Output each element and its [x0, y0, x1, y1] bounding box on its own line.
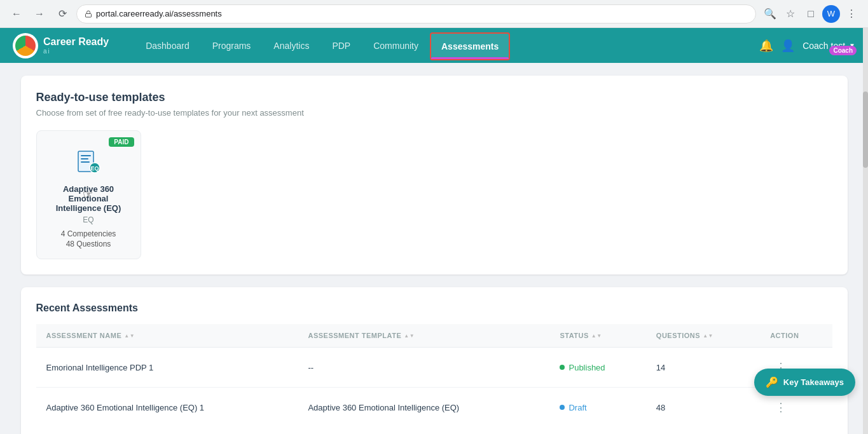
svg-rect-0: [86, 13, 92, 17]
nav-item-dashboard[interactable]: Dashboard: [134, 28, 201, 63]
nav-item-pdp[interactable]: PDP: [320, 28, 362, 63]
logo-text: Career Readyai: [43, 36, 109, 55]
row2-questions: 48: [646, 388, 760, 428]
back-button[interactable]: ←: [8, 5, 25, 23]
row1-template: --: [298, 348, 549, 388]
browser-actions: 🔍 ☆ □ W ⋮: [761, 5, 860, 23]
row1-questions: 14: [646, 348, 760, 388]
row2-template: Adaptive 360 Emotional Intelligence (EQ): [298, 388, 549, 428]
star-button[interactable]: ☆: [782, 5, 799, 23]
templates-section: Ready-to-use templates Choose from set o…: [21, 76, 848, 275]
templates-section-subtitle: Choose from set of free ready-to-use tem…: [36, 108, 832, 118]
templates-section-title: Ready-to-use templates: [36, 91, 832, 104]
svg-rect-4: [81, 161, 90, 163]
row1-status: Published: [549, 348, 645, 388]
user-menu[interactable]: Coach Coach test ▼: [803, 41, 855, 51]
reload-button[interactable]: ⟳: [53, 5, 71, 23]
template-type: EQ: [47, 215, 130, 224]
template-questions: 48 Questions: [47, 240, 130, 248]
lock-icon: [85, 10, 92, 18]
row2-name: Adaptive 360 Emotional Intelligence (EQ)…: [36, 388, 298, 428]
sort-icon-status: ▲▼: [591, 333, 602, 339]
profile-avatar[interactable]: W: [822, 5, 840, 23]
template-competencies: 4 Competencies: [47, 229, 130, 238]
row1-name: Emorional Intelligence PDP 1: [36, 348, 298, 388]
recent-assessments-title: Recent Assessments: [36, 302, 832, 314]
scrollbar[interactable]: [863, 28, 868, 434]
logo-icon: [13, 33, 38, 58]
nav-item-analytics[interactable]: Analytics: [262, 28, 320, 63]
status-badge-draft: Draft: [560, 403, 586, 412]
main-content: Ready-to-use templates Choose from set o…: [8, 63, 860, 434]
key-takeaways-button[interactable]: 🔑 Key Takeaways: [754, 369, 855, 396]
template-card-eq[interactable]: PAID EQ ☞ Adaptive 360 Emotional Intelli…: [36, 130, 141, 259]
extensions-button[interactable]: □: [802, 5, 820, 23]
paid-badge: PAID: [109, 137, 134, 147]
address-bar[interactable]: portal.careerready.ai/assessments: [76, 4, 756, 24]
key-icon: 🔑: [766, 376, 778, 388]
coach-badge: Coach: [829, 46, 857, 55]
navbar-right: 🔔 👤 Coach Coach test ▼: [759, 39, 855, 53]
svg-rect-3: [81, 158, 88, 159]
table-row: Emorional Intelligence PDP 1 -- Publishe…: [36, 348, 832, 388]
th-name: ASSESSMENT NAME ▲▼: [36, 324, 298, 348]
table-header-row: ASSESSMENT NAME ▲▼ ASSESSMENT TEMPLATE ▲…: [36, 324, 832, 348]
template-name: Adaptive 360 Emotional Intelligence (EQ): [47, 184, 130, 213]
svg-rect-2: [81, 155, 91, 156]
assessments-table: ASSESSMENT NAME ▲▼ ASSESSMENT TEMPLATE ▲…: [36, 324, 832, 427]
status-dot: [560, 365, 565, 370]
nav-item-community[interactable]: Community: [362, 28, 430, 63]
menu-button[interactable]: ⋮: [843, 5, 860, 23]
notification-bell-icon[interactable]: 🔔: [759, 39, 773, 53]
row2-status: Draft: [549, 388, 645, 428]
sort-icon-template: ▲▼: [404, 333, 415, 339]
sort-icon-questions: ▲▼: [703, 333, 713, 339]
logo[interactable]: Career Readyai: [13, 33, 109, 58]
row2-action-button[interactable]: ⋮: [770, 398, 792, 417]
th-template: ASSESSMENT TEMPLATE ▲▼: [298, 324, 549, 348]
app-navbar: Career Readyai Dashboard Programs Analyt…: [0, 28, 868, 63]
status-badge-published: Published: [560, 363, 605, 372]
template-icon: EQ: [73, 146, 104, 177]
table-row: Adaptive 360 Emotional Intelligence (EQ)…: [36, 388, 832, 428]
forward-button[interactable]: →: [31, 5, 48, 23]
url-text: portal.careerready.ai/assessments: [96, 9, 222, 18]
browser-chrome: ← → ⟳ portal.careerready.ai/assessments …: [0, 0, 868, 28]
user-profile-icon[interactable]: 👤: [781, 39, 795, 53]
recent-assessments-section: Recent Assessments ASSESSMENT NAME ▲▼ AS…: [21, 287, 848, 434]
status-dot-draft: [560, 405, 565, 410]
main-nav: Dashboard Programs Analytics PDP Communi…: [134, 28, 759, 63]
templates-grid: PAID EQ ☞ Adaptive 360 Emotional Intelli…: [36, 130, 832, 259]
th-questions: QUESTIONS ▲▼: [646, 324, 760, 348]
sort-icon-name: ▲▼: [124, 333, 135, 339]
svg-text:EQ: EQ: [90, 165, 99, 172]
th-status: STATUS ▲▼: [549, 324, 645, 348]
scrollbar-thumb[interactable]: [863, 92, 868, 168]
search-button[interactable]: 🔍: [761, 5, 779, 23]
nav-item-programs[interactable]: Programs: [201, 28, 263, 63]
nav-item-assessments[interactable]: Assessments: [430, 32, 510, 60]
th-action: ACTION: [760, 324, 832, 348]
